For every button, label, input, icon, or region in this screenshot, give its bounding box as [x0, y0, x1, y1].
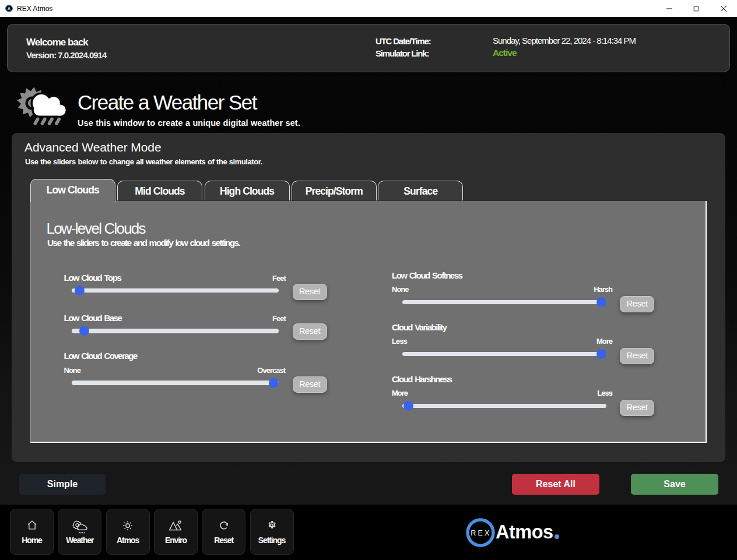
svg-text:REX: REX	[471, 529, 491, 537]
svg-text:A: A	[8, 6, 10, 10]
